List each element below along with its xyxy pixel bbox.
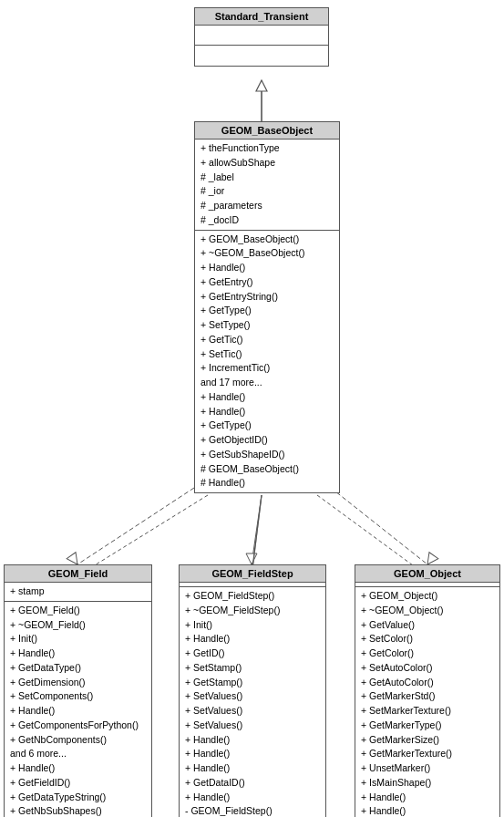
attr-2: + allowSubShape: [201, 156, 334, 171]
om-14: + IsMainShape(): [361, 776, 494, 791]
fsm-16: - GEOM_FieldStep(): [185, 804, 320, 817]
attr-3: # _label: [201, 171, 334, 185]
om-8: + GetMarkerStd(): [361, 689, 494, 704]
fm-3: + Init(): [10, 632, 146, 646]
standard-transient-section-1: [195, 26, 328, 46]
fsm-5: + GetID(): [185, 646, 320, 661]
fsm-6: + SetStamp(): [185, 661, 320, 676]
diagram-container: Standard_Transient GEOM_BaseObject + the…: [0, 0, 504, 817]
attr-1: + theFunctionType: [201, 141, 334, 156]
geom-object-methods: + GEOM_Object() + ~GEOM_Object() + GetVa…: [355, 587, 499, 817]
method-10: + IncrementTic(): [201, 361, 334, 376]
om-5: + GetColor(): [361, 646, 494, 661]
fsm-8: + SetValues(): [185, 689, 320, 704]
method-more: and 17 more...: [201, 376, 334, 390]
svg-line-15: [252, 495, 262, 575]
geom-baseobject-methods: + GEOM_BaseObject() + ~GEOM_BaseObject()…: [195, 231, 339, 493]
method-13: + GetType(): [201, 419, 334, 433]
standard-transient-box: Standard_Transient: [194, 7, 329, 67]
geom-fieldstep-header: GEOM_FieldStep: [180, 565, 325, 583]
om-6: + SetAutoColor(): [361, 661, 494, 676]
attr-4: # _ior: [201, 184, 334, 199]
method-16: # GEOM_BaseObject(): [201, 462, 334, 477]
om-9: + SetMarkerTexture(): [361, 704, 494, 719]
geom-object-header: GEOM_Object: [355, 565, 499, 583]
method-3: + Handle(): [201, 261, 334, 275]
om-11: + GetMarkerSize(): [361, 733, 494, 748]
method-2: + ~GEOM_BaseObject(): [201, 246, 334, 261]
om-12: + GetMarkerTexture(): [361, 747, 494, 761]
method-15: + GetSubShapeID(): [201, 448, 334, 462]
method-8: + GetTic(): [201, 333, 334, 347]
om-15: + Handle(): [361, 791, 494, 805]
geom-baseobject-box: GEOM_BaseObject + theFunctionType + allo…: [194, 121, 340, 493]
svg-line-13: [78, 495, 208, 575]
geom-field-attributes: + stamp: [5, 583, 151, 602]
geom-baseobject-attributes: + theFunctionType + allowSubShape # _lab…: [195, 140, 339, 231]
fsm-13: + Handle(): [185, 761, 320, 776]
om-3: + GetValue(): [361, 618, 494, 633]
fsm-1: + GEOM_FieldStep(): [185, 589, 320, 604]
fm-1: + GEOM_Field(): [10, 604, 146, 618]
fsm-10: + SetValues(): [185, 719, 320, 733]
fsm-7: + GetStamp(): [185, 676, 320, 690]
field-attr-1: + stamp: [10, 584, 146, 599]
om-2: + ~GEOM_Object(): [361, 604, 494, 618]
geom-field-box: GEOM_Field + stamp + GEOM_Field() + ~GEO…: [4, 564, 152, 817]
fm-8: + Handle(): [10, 704, 146, 719]
fm-14: + GetNbSubShapes(): [10, 804, 146, 817]
svg-marker-12: [256, 80, 267, 91]
fsm-4: + Handle(): [185, 632, 320, 646]
svg-line-5: [252, 495, 262, 564]
geom-fieldstep-methods: + GEOM_FieldStep() + ~GEOM_FieldStep() +…: [180, 587, 325, 817]
fm-4: + Handle(): [10, 646, 146, 661]
geom-object-box: GEOM_Object + GEOM_Object() + ~GEOM_Obje…: [355, 564, 500, 817]
fsm-9: + SetValues(): [185, 704, 320, 719]
method-12: + Handle(): [201, 405, 334, 419]
svg-marker-6: [246, 553, 257, 564]
fm-11: + Handle(): [10, 761, 146, 776]
geom-baseobject-header: GEOM_BaseObject: [195, 122, 339, 140]
fm-10: + GetNbComponents(): [10, 733, 146, 748]
om-1: + GEOM_Object(): [361, 589, 494, 604]
svg-line-7: [331, 488, 427, 564]
fm-2: + ~GEOM_Field(): [10, 618, 146, 633]
attr-5: # _parameters: [201, 199, 334, 213]
om-13: + UnsetMarker(): [361, 761, 494, 776]
om-10: + GetMarkerType(): [361, 719, 494, 733]
om-4: + SetColor(): [361, 632, 494, 646]
standard-transient-header: Standard_Transient: [195, 8, 328, 26]
attr-6: # _docID: [201, 213, 334, 228]
method-17: # Handle(): [201, 476, 334, 491]
fm-12: + GetFieldID(): [10, 776, 146, 791]
fsm-3: + Init(): [185, 618, 320, 633]
fsm-12: + Handle(): [185, 747, 320, 761]
fm-6: + GetDimension(): [10, 676, 146, 690]
method-7: + SetType(): [201, 318, 334, 333]
method-4: + GetEntry(): [201, 275, 334, 290]
svg-line-17: [317, 495, 427, 575]
fm-7: + SetComponents(): [10, 689, 146, 704]
method-5: + GetEntryString(): [201, 290, 334, 305]
fsm-15: + Handle(): [185, 791, 320, 805]
fm-5: + GetDataType(): [10, 661, 146, 676]
method-14: + GetObjectID(): [201, 433, 334, 448]
method-9: + SetTic(): [201, 347, 334, 362]
method-11: + Handle(): [201, 390, 334, 405]
om-16: + Handle(): [361, 804, 494, 817]
geom-field-header: GEOM_Field: [5, 565, 151, 583]
fm-more: and 6 more...: [10, 747, 146, 761]
fsm-14: + GetDataID(): [185, 776, 320, 791]
method-6: + GetType(): [201, 304, 334, 318]
standard-transient-section-2: [195, 46, 328, 66]
method-1: + GEOM_BaseObject(): [201, 233, 334, 247]
om-7: + GetAutoColor(): [361, 676, 494, 690]
fsm-11: + Handle(): [185, 733, 320, 748]
svg-line-3: [77, 488, 194, 564]
fsm-2: + ~GEOM_FieldStep(): [185, 604, 320, 618]
fm-9: + GetComponentsForPython(): [10, 719, 146, 733]
fm-13: + GetDataTypeString(): [10, 791, 146, 805]
geom-field-methods: + GEOM_Field() + ~GEOM_Field() + Init() …: [5, 602, 151, 817]
geom-fieldstep-box: GEOM_FieldStep + GEOM_FieldStep() + ~GEO…: [179, 564, 326, 817]
